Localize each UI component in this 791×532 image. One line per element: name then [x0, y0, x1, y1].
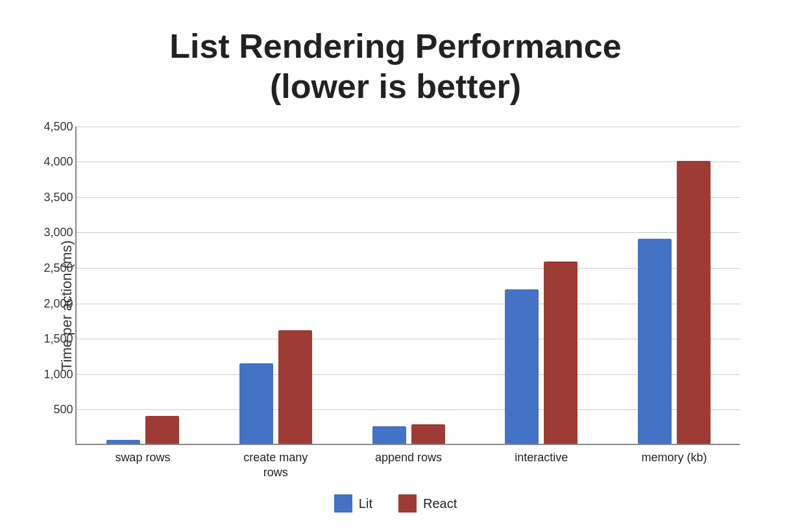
legend-item-react: React	[398, 494, 457, 513]
y-tick-label: 4,500	[34, 119, 73, 133]
x-label: interactive	[475, 445, 608, 465]
plot-area: 5001,0001,5002,0002,5003,0003,5004,0004,…	[75, 127, 740, 445]
x-label: create manyrows	[209, 445, 342, 479]
bar-lit	[106, 440, 140, 444]
y-tick-label: 2,500	[34, 261, 73, 275]
bar-lit	[372, 426, 406, 444]
grid-line	[77, 162, 740, 162]
legend-label-lit: Lit	[359, 496, 372, 511]
x-label: swap rows	[77, 445, 210, 465]
grid-line	[77, 197, 740, 198]
chart-title-line1: List Rendering Performance	[169, 27, 621, 65]
x-labels-row: swap rowscreate manyrowsappend rowsinter…	[77, 445, 740, 484]
y-tick-label: 2,000	[34, 296, 73, 310]
bar-react	[411, 424, 445, 444]
legend: Lit React	[334, 494, 457, 513]
grid-line	[77, 232, 740, 233]
x-label: memory (kb)	[608, 445, 741, 465]
chart-inner: 5001,0001,5002,0002,5003,0003,5004,0004,…	[75, 127, 740, 484]
y-tick-label: 3,500	[34, 190, 73, 204]
bar-lit	[638, 239, 672, 444]
legend-label-react: React	[423, 496, 457, 511]
chart-container: List Rendering Performance (lower is bet…	[39, 13, 753, 519]
grid-line	[77, 127, 740, 127]
bar-react	[278, 330, 312, 444]
bar-react	[145, 416, 179, 444]
bar-react	[544, 261, 578, 444]
y-tick-label: 500	[34, 403, 73, 417]
y-tick-label: 1,500	[34, 332, 73, 346]
bar-react	[677, 161, 711, 444]
chart-area: Time per action (ms) 5001,0001,5002,0002…	[52, 127, 740, 484]
legend-item-lit: Lit	[334, 494, 372, 513]
bar-lit	[239, 363, 273, 444]
y-tick-label: 4,000	[34, 155, 73, 169]
legend-swatch-lit	[334, 494, 352, 513]
y-tick-label: 1,000	[34, 367, 73, 381]
y-tick-label: 3,000	[34, 226, 73, 239]
legend-swatch-react	[398, 494, 417, 513]
chart-title-line2: (lower is better)	[270, 67, 521, 105]
x-label: append rows	[342, 445, 475, 465]
chart-title: List Rendering Performance (lower is bet…	[169, 26, 621, 107]
bar-lit	[505, 289, 539, 444]
